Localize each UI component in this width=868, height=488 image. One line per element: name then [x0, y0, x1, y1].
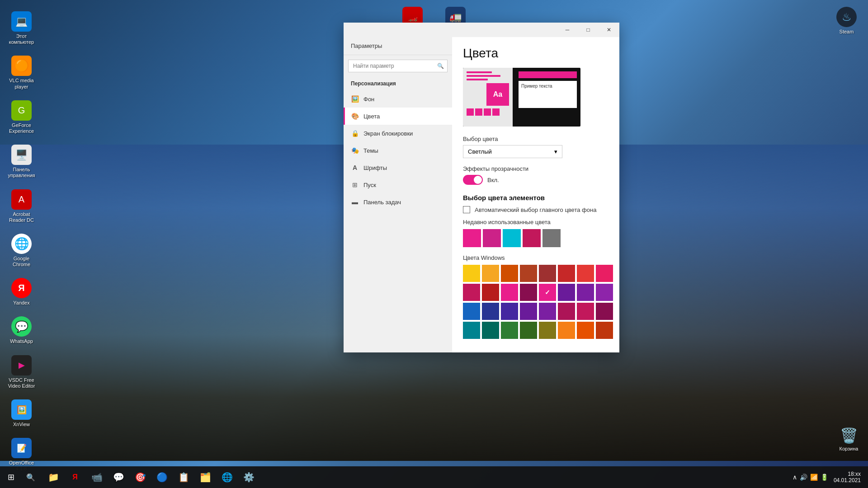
- win-swatch-29[interactable]: [558, 322, 575, 339]
- nav-item-fonts[interactable]: A Шрифты: [344, 159, 452, 176]
- taskbar-icon-unknown1[interactable]: 🎯: [130, 467, 150, 487]
- taskbar-icon-settings[interactable]: ⚙️: [239, 467, 259, 487]
- preview-lines: [467, 71, 509, 80]
- win-swatch-30[interactable]: [577, 322, 594, 339]
- win-swatch-19[interactable]: [520, 303, 537, 320]
- taskbar-icon-yandex[interactable]: Я: [65, 467, 85, 487]
- transparency-row: Вкл.: [463, 175, 609, 185]
- icon-chrome[interactable]: 🌐 GoogleChrome: [5, 231, 38, 270]
- win-swatch-9[interactable]: [482, 284, 499, 301]
- auto-color-checkbox[interactable]: [463, 206, 470, 213]
- window-maximize-button[interactable]: □: [578, 23, 599, 37]
- win-swatch-8[interactable]: [463, 284, 480, 301]
- icon-yandex[interactable]: Я Yandex: [5, 276, 38, 308]
- taskbar-tray: ∧ 🔊 📶 🔋: [793, 474, 828, 481]
- win-swatch-17[interactable]: [482, 303, 499, 320]
- win-swatch-3[interactable]: [520, 265, 537, 282]
- win-swatch-20[interactable]: [539, 303, 556, 320]
- win-swatch-15[interactable]: [596, 284, 613, 301]
- win-swatch-25[interactable]: [482, 322, 499, 339]
- nav-item-lockscreen[interactable]: 🔒 Экран блокировки: [344, 125, 452, 142]
- taskbar-icon-unknown3[interactable]: 📋: [174, 467, 193, 487]
- win-swatch-7[interactable]: [596, 265, 613, 282]
- start-button[interactable]: ⊞: [0, 466, 22, 488]
- icon-computer[interactable]: 💻 Этот компьютер: [5, 9, 38, 47]
- win-swatch-4[interactable]: [539, 265, 556, 282]
- window-close-button[interactable]: ✕: [599, 23, 619, 37]
- recent-swatch-0[interactable]: [463, 229, 481, 247]
- nav-item-start[interactable]: ⊞ Пуск: [344, 176, 452, 193]
- preview-aa-box: Aa: [486, 83, 509, 106]
- color-choice-dropdown[interactable]: Светлый ▾: [463, 145, 562, 158]
- win-swatch-10[interactable]: [501, 284, 518, 301]
- win-swatch-0[interactable]: [463, 265, 480, 282]
- recycle-bin-icon: 🗑️: [839, 426, 859, 446]
- taskbar-icon-whatsapp2[interactable]: 💬: [108, 467, 128, 487]
- tray-battery[interactable]: 🔋: [821, 474, 828, 481]
- recent-swatch-2[interactable]: [503, 229, 521, 247]
- nav-item-colors[interactable]: 🎨 Цвета: [344, 108, 452, 125]
- recycle-bin[interactable]: 🗑️ Корзина: [839, 426, 859, 452]
- win-swatch-24[interactable]: [463, 322, 480, 339]
- taskbar-icon-zoom[interactable]: 📹: [87, 467, 107, 487]
- recent-colors-label: Недавно использованные цвета: [463, 219, 609, 225]
- taskbar-search-button[interactable]: 🔍: [22, 468, 40, 486]
- window-minimize-button[interactable]: ─: [557, 23, 578, 37]
- win-swatch-14[interactable]: [577, 284, 594, 301]
- taskbar-icon-unknown2[interactable]: 🔵: [152, 467, 172, 487]
- toggle-knob: [474, 176, 482, 184]
- transparency-label: Эффекты прозрачности: [463, 165, 609, 172]
- win-swatch-31[interactable]: [596, 322, 613, 339]
- win-swatch-18[interactable]: [501, 303, 518, 320]
- auto-color-checkbox-row: Автоматический выбор главного цвета фона: [463, 206, 609, 213]
- icon-xnview[interactable]: 🖼️ XnView: [5, 397, 38, 430]
- tray-expand[interactable]: ∧: [793, 474, 797, 481]
- win-swatch-11[interactable]: [520, 284, 537, 301]
- preview-pink-bars: [467, 108, 509, 116]
- win-swatch-16[interactable]: [463, 303, 480, 320]
- win-swatch-27[interactable]: [520, 322, 537, 339]
- settings-nav-panel: Параметры 🔍 Персонализация 🖼️ Фон 🎨 Цвет…: [344, 37, 452, 352]
- icon-control-panel[interactable]: 🖥️ Панельуправления: [5, 142, 38, 181]
- icon-whatsapp[interactable]: 💬 WhatsApp: [5, 314, 38, 347]
- win-swatch-22[interactable]: [577, 303, 594, 320]
- win-swatch-1[interactable]: [482, 265, 499, 282]
- taskbar-pinned-icons: 📁 Я 📹 💬 🎯 🔵 📋 🗂️ 🌐 ⚙️: [40, 467, 262, 487]
- taskbar-icon-edge[interactable]: 🌐: [217, 467, 237, 487]
- preview-line-2: [467, 75, 500, 77]
- recent-swatch-1[interactable]: [483, 229, 501, 247]
- settings-search-input[interactable]: [348, 60, 448, 72]
- preview-text-box: Пример текста: [519, 81, 577, 108]
- recent-swatch-3[interactable]: [523, 229, 541, 247]
- taskbar-time[interactable]: 18:xx 04.01.2021: [830, 469, 864, 485]
- icon-vsdc[interactable]: ▶ VSDC FreeVideo Editor: [5, 353, 38, 391]
- win-swatch-23[interactable]: [596, 303, 613, 320]
- icon-vlc[interactable]: 🟠 VLC mediaplayer: [5, 53, 38, 92]
- win-swatch-13[interactable]: [558, 284, 575, 301]
- win-swatch-26[interactable]: [501, 322, 518, 339]
- settings-window: ─ □ ✕ Параметры 🔍 Персонализация 🖼️ Фон …: [344, 23, 619, 352]
- themes-icon: 🎭: [351, 146, 359, 155]
- settings-content-panel: Цвета Aa: [452, 37, 619, 352]
- preview-pink-top: [519, 71, 577, 78]
- win-swatch-6[interactable]: [577, 265, 594, 282]
- win-swatch-12[interactable]: [539, 284, 556, 301]
- taskbar-icon-files[interactable]: 📁: [43, 467, 63, 487]
- icon-steam[interactable]: ♨ Steam: [830, 5, 863, 37]
- tray-network[interactable]: 📶: [810, 474, 818, 481]
- clock-date: 04.01.2021: [834, 477, 861, 483]
- desktop-icons: 💻 Этот компьютер 🟠 VLC mediaplayer G GeF…: [0, 0, 43, 487]
- win-swatch-5[interactable]: [558, 265, 575, 282]
- taskbar-icon-unknown4[interactable]: 🗂️: [195, 467, 215, 487]
- nav-item-taskbar[interactable]: ▬ Панель задач: [344, 193, 452, 211]
- nav-item-themes[interactable]: 🎭 Темы: [344, 142, 452, 159]
- tray-volume[interactable]: 🔊: [800, 474, 807, 481]
- transparency-toggle[interactable]: [463, 175, 483, 185]
- recent-swatch-4[interactable]: [542, 229, 561, 247]
- icon-geforce[interactable]: G GeForceExperience: [5, 98, 38, 136]
- win-swatch-28[interactable]: [539, 322, 556, 339]
- win-swatch-2[interactable]: [501, 265, 518, 282]
- nav-item-background[interactable]: 🖼️ Фон: [344, 90, 452, 108]
- win-swatch-21[interactable]: [558, 303, 575, 320]
- icon-acrobat[interactable]: A AcrobatReader DC: [5, 187, 38, 225]
